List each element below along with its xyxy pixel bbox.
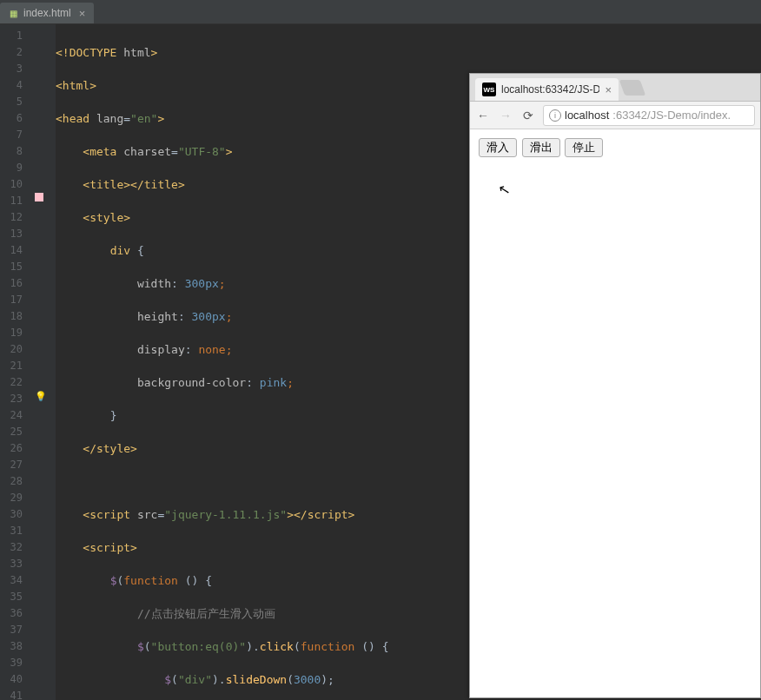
browser-tab-title: localhost:63342/JS-De	[501, 83, 599, 96]
site-info-icon[interactable]: i	[549, 109, 561, 122]
line-number: 12	[0, 209, 28, 226]
line-number: 14	[0, 242, 28, 259]
breakpoint-marker[interactable]	[35, 193, 43, 201]
line-number: 15	[0, 259, 28, 275]
line-number: 3	[0, 61, 28, 77]
line-number: 19	[0, 325, 28, 341]
line-number: 25	[0, 424, 28, 440]
line-number: 26	[0, 440, 28, 457]
line-number: 18	[0, 308, 28, 325]
line-number: 20	[0, 341, 28, 358]
line-number: 11	[0, 193, 28, 209]
page-viewport: 滑入 滑出 停止 ↖	[470, 129, 760, 697]
line-number: 27	[0, 457, 28, 473]
url-path: :63342/JS-Demo/index.	[612, 109, 731, 122]
line-number: 37	[0, 622, 28, 638]
line-number: 9	[0, 160, 28, 176]
line-number: 34	[0, 572, 28, 589]
line-number: 23	[0, 391, 28, 407]
line-number: 21	[0, 358, 28, 374]
line-number: 38	[0, 638, 28, 655]
line-number: 29	[0, 490, 28, 506]
slide-out-button[interactable]: 滑出	[522, 138, 560, 157]
new-tab-button[interactable]	[619, 80, 646, 96]
line-number: 31	[0, 523, 28, 539]
line-number: 24	[0, 407, 28, 424]
line-number: 32	[0, 539, 28, 556]
browser-tab[interactable]: WS localhost:63342/JS-De ×	[475, 78, 619, 101]
url-host: localhost	[565, 109, 609, 122]
line-number: 39	[0, 655, 28, 671]
file-tab-label: index.html	[23, 7, 71, 19]
close-icon[interactable]: ×	[605, 83, 612, 96]
line-number: 5	[0, 94, 28, 110]
file-tab[interactable]: ▦ index.html ×	[0, 3, 94, 23]
line-number: 40	[0, 671, 28, 688]
url-input[interactable]: i localhost:63342/JS-Demo/index.	[543, 105, 755, 126]
line-number: 28	[0, 473, 28, 490]
line-number: 22	[0, 374, 28, 391]
line-number: 33	[0, 556, 28, 572]
line-number: 35	[0, 589, 28, 605]
line-number: 36	[0, 605, 28, 622]
slide-in-button[interactable]: 滑入	[479, 138, 517, 157]
line-number: 4	[0, 77, 28, 94]
html-file-icon: ▦	[7, 7, 19, 19]
doctype: <!DOCTYPE	[56, 46, 123, 59]
line-number: 10	[0, 176, 28, 193]
marker-gutter	[28, 24, 56, 700]
forward-button[interactable]: →	[498, 108, 513, 123]
line-number: 16	[0, 275, 28, 292]
reload-button[interactable]: ⟳	[520, 108, 536, 123]
line-number: 2	[0, 44, 28, 61]
browser-tab-strip: WS localhost:63342/JS-De ×	[470, 74, 760, 102]
line-number: 30	[0, 506, 28, 523]
lightbulb-icon[interactable]	[35, 389, 43, 398]
close-icon[interactable]: ×	[79, 7, 86, 20]
line-number: 7	[0, 127, 28, 143]
editor-tab-bar: ▦ index.html ×	[0, 0, 761, 24]
line-number: 6	[0, 110, 28, 127]
browser-window: WS localhost:63342/JS-De × ← → ⟳ i local…	[469, 73, 761, 698]
line-number: 17	[0, 292, 28, 308]
line-number: 8	[0, 143, 28, 160]
line-number-gutter: 1234567891011121314151617181920212223242…	[0, 24, 28, 700]
html-open: <html>	[56, 79, 96, 92]
line-number: 41	[0, 688, 28, 700]
line-number: 13	[0, 226, 28, 242]
back-button[interactable]: ←	[475, 108, 491, 123]
mouse-cursor-icon: ↖	[497, 181, 512, 199]
stop-button[interactable]: 停止	[565, 138, 603, 157]
address-bar: ← → ⟳ i localhost:63342/JS-Demo/index.	[470, 102, 760, 129]
webstorm-favicon-icon: WS	[482, 83, 496, 96]
line-number: 1	[0, 28, 28, 44]
